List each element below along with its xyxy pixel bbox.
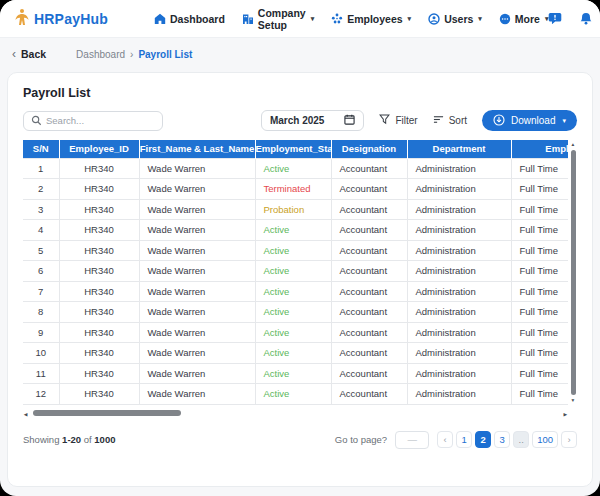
horizontal-scroll-thumb[interactable] [33, 410, 181, 416]
page-button-2[interactable]: 2 [475, 431, 491, 448]
table-row[interactable]: 8HR340Wade WarrenActiveAccountantAdminis… [23, 302, 568, 323]
nav-item-employees[interactable]: Employees ▾ [331, 13, 411, 25]
page-button-1[interactable]: 1 [456, 431, 472, 448]
download-label: Download [511, 115, 555, 126]
back-arrow-icon: ‹ [12, 47, 16, 61]
cell-employment_type: Full Time [511, 302, 568, 323]
cell-name: Wade Warren [139, 179, 255, 200]
table-row[interactable]: 2HR340Wade WarrenTerminatedAccountantAdm… [23, 179, 568, 200]
table-row[interactable]: 9HR340Wade WarrenActiveAccountantAdminis… [23, 322, 568, 343]
nav-item-dashboard[interactable]: Dashboard [154, 13, 225, 25]
nav-item-company-setup[interactable]: Company Setup ▾ [242, 7, 314, 31]
nav-item-more[interactable]: More ▾ [499, 13, 549, 25]
download-icon [493, 114, 505, 128]
scroll-down-icon[interactable]: ▼ [571, 396, 576, 403]
vertical-scrollbar[interactable]: ▲ ▼ [569, 140, 577, 405]
nav-label: Dashboard [170, 13, 225, 25]
cell-sn: 11 [23, 363, 59, 384]
download-button[interactable]: Download ▾ [482, 110, 577, 131]
showing-prefix: Showing [23, 434, 59, 445]
month-picker[interactable]: March 2025 [261, 110, 364, 131]
chat-icon[interactable] [548, 12, 562, 26]
back-label: Back [21, 48, 46, 60]
search-input[interactable] [46, 115, 155, 126]
column-header-sn: S/N [23, 140, 59, 158]
page-button-100[interactable]: 100 [532, 431, 558, 448]
users-icon [428, 13, 440, 25]
employees-icon [331, 13, 343, 25]
cell-name: Wade Warren [139, 158, 255, 179]
cell-name: Wade Warren [139, 363, 255, 384]
nav-label: Company Setup [258, 7, 306, 31]
cell-employment_type: Full Time [511, 384, 568, 405]
status-cell: Active [255, 302, 331, 323]
table-row[interactable]: 10HR340Wade WarrenActiveAccountantAdmini… [23, 343, 568, 364]
cell-employment_type: Full Time [511, 179, 568, 200]
search-box[interactable] [23, 111, 163, 131]
status-cell: Active [255, 281, 331, 302]
scroll-right-icon[interactable]: ▶ [561, 410, 567, 416]
app-name: HRPayHub [34, 11, 108, 27]
pager-zone: Go to page? ‹123..100› [335, 431, 577, 449]
page-ellipsis[interactable]: .. [513, 431, 529, 448]
cell-sn: 3 [23, 199, 59, 220]
column-header-employment_type: Employment_Type [511, 140, 568, 158]
app-logo[interactable]: HRPayHub [14, 8, 108, 30]
showing-of: of [84, 434, 92, 445]
nav-item-users[interactable]: Users ▾ [428, 13, 482, 25]
goto-page-input[interactable] [395, 431, 429, 449]
table-row[interactable]: 12HR340Wade WarrenActiveAccountantAdmini… [23, 384, 568, 405]
status-cell: Active [255, 261, 331, 282]
table-scroll-area[interactable]: S/NEmployee_IDFirst_Name & Last_NameEmpl… [23, 140, 568, 405]
cell-name: Wade Warren [139, 220, 255, 241]
scroll-left-icon[interactable]: ◀ [24, 410, 30, 416]
column-header-employee_id: Employee_ID [59, 140, 139, 158]
sort-button[interactable]: Sort [433, 114, 467, 127]
cell-designation: Accountant [331, 343, 407, 364]
breadcrumb-dashboard[interactable]: Dashboard [76, 49, 125, 60]
page-prev-button[interactable]: ‹ [437, 431, 453, 448]
cell-sn: 9 [23, 322, 59, 343]
notifications-bell-icon[interactable] [579, 12, 593, 26]
horizontal-scrollbar[interactable]: ◀ ▶ [23, 409, 577, 418]
breadcrumb-bar: ‹ Back Dashboard › Payroll List [0, 38, 600, 70]
cell-employment_type: Full Time [511, 343, 568, 364]
filter-funnel-icon [379, 114, 390, 127]
cell-name: Wade Warren [139, 302, 255, 323]
filter-button[interactable]: Filter [379, 114, 417, 127]
cell-employment_type: Full Time [511, 220, 568, 241]
cell-name: Wade Warren [139, 343, 255, 364]
app-window: HRPayHub Dashboard Company Setup ▾ [0, 0, 600, 496]
cell-employment_type: Full Time [511, 322, 568, 343]
cell-designation: Accountant [331, 363, 407, 384]
cell-designation: Accountant [331, 281, 407, 302]
cell-department: Administration [407, 158, 511, 179]
status-cell: Active [255, 363, 331, 384]
page-next-button[interactable]: › [561, 431, 577, 448]
page-title: Payroll List [23, 86, 577, 100]
page-button-3[interactable]: 3 [494, 431, 510, 448]
cell-department: Administration [407, 343, 511, 364]
table-row[interactable]: 6HR340Wade WarrenActiveAccountantAdminis… [23, 261, 568, 282]
table-row[interactable]: 4HR340Wade WarrenActiveAccountantAdminis… [23, 220, 568, 241]
table-row[interactable]: 1HR340Wade WarrenActiveAccountantAdminis… [23, 158, 568, 179]
vertical-scroll-thumb[interactable] [571, 150, 576, 395]
cell-name: Wade Warren [139, 281, 255, 302]
filter-label: Filter [395, 115, 417, 126]
table-row[interactable]: 5HR340Wade WarrenActiveAccountantAdminis… [23, 240, 568, 261]
table-row[interactable]: 7HR340Wade WarrenActiveAccountantAdminis… [23, 281, 568, 302]
cell-employee_id: HR340 [59, 158, 139, 179]
cell-department: Administration [407, 281, 511, 302]
cell-department: Administration [407, 302, 511, 323]
horizontal-scroll-track[interactable] [31, 410, 560, 416]
cell-name: Wade Warren [139, 261, 255, 282]
table-row[interactable]: 11HR340Wade WarrenActiveAccountantAdmini… [23, 363, 568, 384]
table-row[interactable]: 3HR340Wade WarrenProbationAccountantAdmi… [23, 199, 568, 220]
cell-sn: 7 [23, 281, 59, 302]
back-button[interactable]: ‹ Back [12, 47, 46, 61]
scroll-up-icon[interactable]: ▲ [571, 141, 576, 148]
home-icon [154, 13, 166, 25]
cell-department: Administration [407, 363, 511, 384]
showing-count: Showing 1-20 of 1000 [23, 434, 115, 445]
status-cell: Active [255, 158, 331, 179]
